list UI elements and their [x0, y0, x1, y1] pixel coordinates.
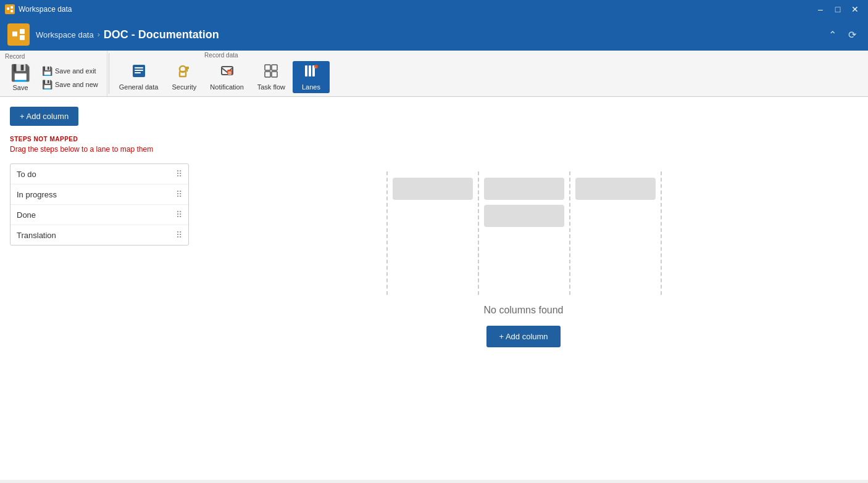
svg-rect-19	[265, 72, 270, 77]
svg-rect-11	[135, 72, 141, 73]
svg-rect-20	[272, 72, 277, 77]
breadcrumb-root[interactable]: Workspace data	[36, 30, 94, 39]
step-item[interactable]: Translation ⠿	[10, 225, 188, 245]
add-column-button-center[interactable]: + Add column	[486, 326, 560, 347]
svg-rect-17	[265, 65, 270, 70]
svg-rect-21	[305, 65, 307, 76]
record-group: Record 💾 Save 💾 Save and exit 💾 Save and…	[0, 51, 107, 96]
app-icon	[5, 4, 15, 14]
drag-handle-icon[interactable]: ⠿	[176, 210, 182, 220]
step-label: In progress	[17, 190, 57, 199]
steps-panel: STEPS NOT MAPPED Drag the steps below to…	[10, 136, 189, 382]
svg-rect-22	[309, 65, 311, 76]
save-and-exit-label: Save and exit	[55, 67, 96, 75]
svg-rect-3	[10, 10, 13, 12]
canvas-area: No columns found + Add column	[189, 136, 858, 382]
ribbon-separator-1	[109, 53, 109, 94]
add-column-button-top[interactable]: + Add column	[10, 107, 78, 126]
placeholder-card	[484, 205, 564, 227]
ribbon: Record 💾 Save 💾 Save and exit 💾 Save and…	[0, 51, 868, 97]
placeholder-col-3	[569, 171, 662, 295]
save-button[interactable]: 💾 Save	[5, 61, 36, 94]
tab-general-data[interactable]: General data	[113, 61, 165, 93]
tab-task-flow[interactable]: Task flow	[251, 61, 291, 93]
tab-lanes[interactable]: ! Lanes	[293, 61, 330, 93]
tab-general-data-label: General data	[119, 83, 159, 91]
tab-task-flow-label: Task flow	[257, 83, 285, 91]
minimize-button[interactable]: –	[812, 1, 828, 17]
save-icon: 💾	[10, 64, 30, 83]
drag-handle-icon[interactable]: ⠿	[176, 189, 182, 199]
svg-rect-18	[272, 65, 277, 70]
tab-notification-label: Notification	[210, 83, 243, 91]
record-data-label: Record data	[113, 51, 330, 60]
svg-rect-10	[135, 70, 143, 71]
close-button[interactable]: ✕	[847, 1, 863, 17]
step-item[interactable]: Done ⠿	[10, 205, 188, 225]
maximize-button[interactable]: □	[830, 1, 846, 17]
app-header: Workspace data › DOC - Documentation ⌃ ⟳	[0, 19, 868, 51]
nav-up-button[interactable]: ⌃	[824, 26, 841, 43]
steps-list: To do ⠿ In progress ⠿ Done ⠿ Translation…	[10, 163, 189, 246]
ribbon-tabs: General data Security	[113, 60, 330, 94]
svg-rect-5	[12, 31, 17, 36]
placeholder-card	[393, 178, 473, 200]
svg-rect-1	[7, 7, 9, 10]
placeholder-col-2	[478, 171, 570, 295]
step-item[interactable]: To do ⠿	[10, 164, 188, 184]
tab-security-label: Security	[172, 83, 196, 91]
placeholder-card	[575, 178, 656, 200]
notification-icon	[220, 64, 235, 82]
save-and-exit-button[interactable]: 💾 Save and exit	[38, 65, 102, 77]
save-and-new-button[interactable]: 💾 Save and new	[38, 78, 102, 91]
breadcrumb-separator: ›	[98, 30, 100, 39]
breadcrumb: Workspace data › DOC - Documentation	[36, 28, 219, 41]
header-actions: ⌃ ⟳	[824, 26, 861, 43]
tab-lanes-label: Lanes	[302, 83, 320, 91]
svg-text:!: !	[315, 66, 316, 69]
task-flow-icon	[264, 64, 278, 82]
step-item[interactable]: In progress ⠿	[10, 184, 188, 205]
save-new-icon: 💾	[42, 80, 52, 89]
record-group-label: Record	[5, 53, 25, 60]
drag-handle-icon[interactable]: ⠿	[176, 169, 182, 179]
steps-hint: Drag the steps below to a lane to map th…	[10, 145, 189, 154]
placeholder-card	[484, 178, 564, 200]
save-and-new-label: Save and new	[55, 81, 98, 88]
step-label: Done	[17, 210, 36, 220]
placeholder-col-1	[386, 171, 479, 295]
save-label: Save	[12, 84, 28, 91]
page-title: DOC - Documentation	[104, 28, 219, 41]
save-exit-icon: 💾	[42, 66, 52, 76]
record-data-group: Record data General data	[111, 51, 332, 96]
tab-security[interactable]: Security	[165, 61, 202, 93]
svg-rect-13	[180, 72, 186, 76]
svg-rect-9	[135, 67, 143, 68]
window-controls: – □ ✕	[812, 1, 863, 17]
svg-rect-6	[20, 29, 25, 34]
lanes-icon: !	[304, 64, 319, 82]
general-data-icon	[131, 64, 146, 82]
step-label: To do	[17, 170, 36, 179]
window-title: Workspace data	[19, 5, 812, 14]
steps-section-label: STEPS NOT MAPPED	[10, 136, 189, 142]
step-label: Translation	[17, 231, 56, 240]
main-content: + Add column STEPS NOT MAPPED Drag the s…	[0, 97, 868, 480]
no-columns-text: No columns found	[484, 305, 564, 316]
svg-rect-7	[20, 35, 25, 40]
drag-handle-icon[interactable]: ⠿	[176, 230, 182, 240]
security-icon	[177, 64, 191, 82]
tab-notification[interactable]: Notification	[204, 61, 249, 93]
placeholder-columns	[386, 171, 661, 295]
lanes-content: STEPS NOT MAPPED Drag the steps below to…	[10, 136, 858, 382]
app-logo	[7, 23, 30, 46]
svg-rect-2	[10, 6, 13, 9]
refresh-button[interactable]: ⟳	[843, 26, 861, 43]
title-bar: Workspace data – □ ✕	[0, 0, 868, 19]
